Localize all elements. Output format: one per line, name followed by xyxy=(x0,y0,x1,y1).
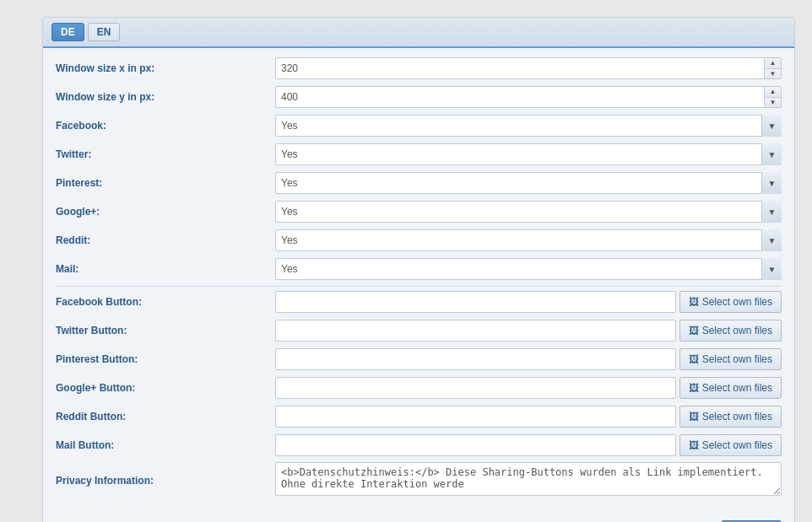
divider-1 xyxy=(56,286,782,287)
reddit-file-input-wrapper: 🖼 Select own files xyxy=(275,406,782,428)
window-size-y-down[interactable]: ▼ xyxy=(765,98,781,108)
pinterest-select-files-button[interactable]: 🖼 Select own files xyxy=(679,348,782,370)
twitter-select-files-label: Select own files xyxy=(702,325,772,336)
window-size-x-down[interactable]: ▼ xyxy=(765,69,781,79)
reddit-select[interactable]: YesNo xyxy=(275,229,782,251)
privacy-label: Privacy Information: xyxy=(56,475,275,487)
pinterest-select-wrapper: YesNo ▼ xyxy=(275,172,782,194)
reddit-select-files-button[interactable]: 🖼 Select own files xyxy=(679,406,782,428)
mail-button-label: Mail Button: xyxy=(56,439,275,451)
pinterest-button-wrapper: 🖼 Select own files xyxy=(275,348,782,370)
googleplus-button-wrapper: 🖼 Select own files xyxy=(275,377,782,399)
window-size-x-up[interactable]: ▲ xyxy=(765,58,781,69)
window-size-y-spinners: ▲ ▼ xyxy=(764,87,781,107)
pinterest-file-input-wrapper: 🖼 Select own files xyxy=(275,348,782,370)
panel-footer: Save xyxy=(43,512,794,522)
googleplus-file-text-input[interactable] xyxy=(275,377,676,399)
pinterest-file-text-input[interactable] xyxy=(275,348,676,370)
window-size-x-row: Window size x in px: ▲ ▼ xyxy=(56,57,782,80)
twitter-wrapper: YesNo ▼ xyxy=(275,143,782,165)
file-icon: 🖼 xyxy=(689,353,699,365)
pinterest-select-files-label: Select own files xyxy=(702,353,772,365)
twitter-label: Twitter: xyxy=(56,148,275,160)
window-size-y-input[interactable] xyxy=(275,86,782,108)
twitter-select[interactable]: YesNo xyxy=(275,143,782,165)
twitter-file-input-wrapper: 🖼 Select own files xyxy=(275,320,782,342)
twitter-file-text-input[interactable] xyxy=(275,320,676,342)
window-size-y-row: Window size y in px: ▲ ▼ xyxy=(56,85,782,109)
twitter-row: Twitter: YesNo ▼ xyxy=(56,143,782,166)
googleplus-row: Google+: YesNo ▼ xyxy=(56,200,782,223)
pinterest-row: Pinterest: YesNo ▼ xyxy=(56,171,782,195)
window-size-y-label: Window size y in px: xyxy=(56,91,275,103)
googleplus-file-input-wrapper: 🖼 Select own files xyxy=(275,377,782,399)
reddit-button-row: Reddit Button: 🖼 Select own files xyxy=(56,405,782,428)
page-wrapper: DE EN Window size x in px: ▲ ▼ xyxy=(0,0,812,522)
mail-select-files-button[interactable]: 🖼 Select own files xyxy=(679,434,782,456)
reddit-file-text-input[interactable] xyxy=(275,406,676,428)
mail-file-input-wrapper: 🖼 Select own files xyxy=(275,434,782,456)
reddit-select-files-label: Select own files xyxy=(702,411,772,422)
pinterest-button-row: Pinterest Button: 🖼 Select own files xyxy=(56,347,782,371)
panel-top-bar: DE EN xyxy=(43,18,794,48)
googleplus-select[interactable]: YesNo xyxy=(275,201,782,223)
lang-de-button[interactable]: DE xyxy=(51,23,84,41)
file-icon: 🖼 xyxy=(689,382,699,394)
mail-select-files-label: Select own files xyxy=(702,439,772,451)
facebook-file-input-wrapper: 🖼 Select own files xyxy=(275,291,782,313)
privacy-row: Privacy Information: <b>Datenschutzhinwe… xyxy=(56,462,782,498)
googleplus-select-files-label: Select own files xyxy=(702,382,772,394)
mail-button-row: Mail Button: 🖼 Select own files xyxy=(56,433,782,457)
twitter-select-files-button[interactable]: 🖼 Select own files xyxy=(679,320,782,342)
reddit-button-wrapper: 🖼 Select own files xyxy=(275,406,782,428)
facebook-button-label: Facebook Button: xyxy=(56,296,275,308)
googleplus-button-row: Google+ Button: 🖼 Select own files xyxy=(56,376,782,400)
mail-wrapper: YesNo ▼ xyxy=(275,258,782,280)
file-icon: 🖼 xyxy=(689,296,699,308)
window-size-x-spinner: ▲ ▼ xyxy=(275,57,782,79)
mail-button-wrapper: 🖼 Select own files xyxy=(275,434,782,456)
window-size-x-spinners: ▲ ▼ xyxy=(764,58,781,78)
facebook-wrapper: YesNo ▼ xyxy=(275,115,782,137)
privacy-wrapper: <b>Datenschutzhinweis:</b> Diese Sharing… xyxy=(275,462,782,498)
lang-en-button[interactable]: EN xyxy=(88,23,121,41)
pinterest-button-label: Pinterest Button: xyxy=(56,353,275,365)
reddit-label: Reddit: xyxy=(56,234,275,246)
reddit-wrapper: YesNo ▼ xyxy=(275,229,782,251)
window-size-x-input[interactable] xyxy=(275,57,782,79)
twitter-button-wrapper: 🖼 Select own files xyxy=(275,320,782,342)
facebook-select-wrapper: YesNo ▼ xyxy=(275,115,782,137)
twitter-select-wrapper: YesNo ▼ xyxy=(275,143,782,165)
twitter-button-label: Twitter Button: xyxy=(56,325,275,336)
pinterest-wrapper: YesNo ▼ xyxy=(275,172,782,194)
file-icon: 🖼 xyxy=(689,325,699,336)
googleplus-label: Google+: xyxy=(56,206,275,218)
mail-file-text-input[interactable] xyxy=(275,434,676,456)
facebook-select[interactable]: YesNo xyxy=(275,115,782,137)
googleplus-select-files-button[interactable]: 🖼 Select own files xyxy=(679,377,782,399)
window-size-y-up[interactable]: ▲ xyxy=(765,87,781,98)
panel-content: Window size x in px: ▲ ▼ Window size y i… xyxy=(43,48,794,512)
reddit-select-wrapper: YesNo ▼ xyxy=(275,229,782,251)
window-size-x-wrapper: ▲ ▼ xyxy=(275,57,782,79)
file-icon: 🖼 xyxy=(689,411,699,422)
pinterest-label: Pinterest: xyxy=(56,177,275,189)
mail-select-wrapper: YesNo ▼ xyxy=(275,258,782,280)
mail-label: Mail: xyxy=(56,263,275,275)
mail-select[interactable]: YesNo xyxy=(275,258,782,280)
twitter-button-row: Twitter Button: 🖼 Select own files xyxy=(56,319,782,342)
pinterest-select[interactable]: YesNo xyxy=(275,172,782,194)
reddit-button-label: Reddit Button: xyxy=(56,411,275,422)
window-size-y-wrapper: ▲ ▼ xyxy=(275,86,782,108)
file-icon: 🖼 xyxy=(689,439,699,451)
window-size-x-label: Window size x in px: xyxy=(56,62,275,74)
googleplus-select-wrapper: YesNo ▼ xyxy=(275,201,782,223)
reddit-row: Reddit: YesNo ▼ xyxy=(56,229,782,252)
facebook-file-text-input[interactable] xyxy=(275,291,676,313)
googleplus-button-label: Google+ Button: xyxy=(56,382,275,394)
facebook-label: Facebook: xyxy=(56,120,275,132)
privacy-textarea[interactable]: <b>Datenschutzhinweis:</b> Diese Sharing… xyxy=(275,462,782,496)
facebook-row: Facebook: YesNo ▼ xyxy=(56,114,782,137)
facebook-select-files-button[interactable]: 🖼 Select own files xyxy=(679,291,782,313)
settings-panel: DE EN Window size x in px: ▲ ▼ xyxy=(42,17,795,522)
